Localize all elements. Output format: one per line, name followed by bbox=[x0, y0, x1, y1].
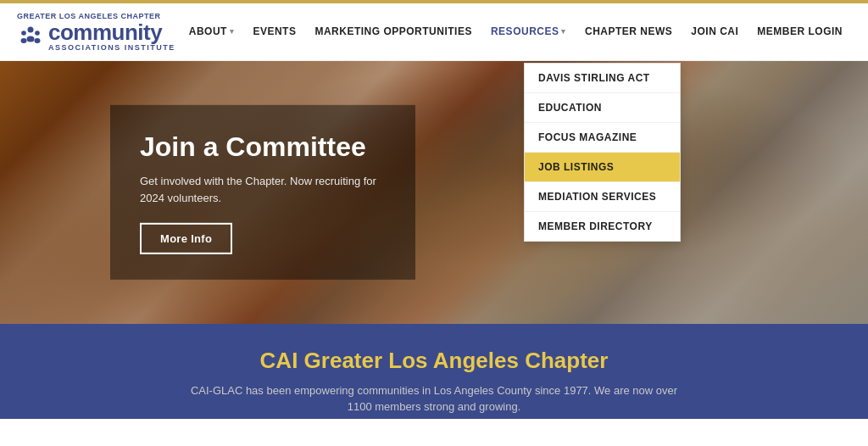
hero-content-box: Join a Committee Get involved with the C… bbox=[110, 105, 415, 280]
svg-point-1 bbox=[21, 31, 26, 36]
nav-item-join-cai[interactable]: JOIN CAI bbox=[691, 25, 738, 37]
svg-point-5 bbox=[35, 38, 41, 43]
logo-associations-text: ASSOCIATIONS INSTITUTE bbox=[48, 43, 175, 52]
site-header: GREATER LOS ANGELES CHAPTER community AS… bbox=[0, 3, 868, 61]
hero-section: Join a Committee Get involved with the C… bbox=[0, 61, 868, 324]
chapter-title: CAI Greater Los Angeles Chapter bbox=[17, 348, 851, 374]
logo-text: community ASSOCIATIONS INSTITUTE bbox=[48, 21, 175, 52]
nav-item-member-login[interactable]: MEMBER LOGIN bbox=[757, 25, 843, 37]
nav-label-marketing: MARKETING OPPORTUNITIES bbox=[314, 25, 472, 37]
nav-label-events: EVENTS bbox=[253, 25, 296, 37]
logo-icon bbox=[17, 25, 44, 48]
dropdown-item-education[interactable]: EDUCATION bbox=[525, 93, 680, 123]
hero-title: Join a Committee bbox=[140, 131, 386, 163]
hero-subtitle: Get involved with the Chapter. Now recru… bbox=[140, 173, 386, 206]
svg-point-3 bbox=[27, 36, 35, 42]
nav-item-chapter-news[interactable]: CHAPTER NEWS bbox=[585, 25, 672, 37]
nav-item-about[interactable]: ABOUT ▾ bbox=[189, 25, 235, 37]
logo-community-text: community bbox=[48, 21, 175, 43]
dropdown-item-job-listings[interactable]: JOB LISTINGS bbox=[525, 153, 680, 182]
nav-label-join-cai: JOIN CAI bbox=[691, 25, 738, 37]
dropdown-item-mediation-services[interactable]: MEDIATION SERVICES bbox=[525, 182, 680, 212]
nav-item-events[interactable]: EVENTS bbox=[253, 25, 296, 37]
logo-area[interactable]: GREATER LOS ANGELES CHAPTER community AS… bbox=[17, 12, 175, 52]
nav-label-about: ABOUT bbox=[189, 25, 227, 37]
main-nav: ABOUT ▾ EVENTS MARKETING OPPORTUNITIES R… bbox=[189, 25, 843, 37]
resources-dropdown: DAVIS STIRLING ACT EDUCATION FOCUS MAGAZ… bbox=[524, 63, 681, 242]
chapter-info-section: CAI Greater Los Angeles Chapter CAI-GLAC… bbox=[0, 324, 868, 419]
chevron-down-icon-resources: ▾ bbox=[561, 27, 566, 36]
nav-label-chapter-news: CHAPTER NEWS bbox=[585, 25, 672, 37]
dropdown-item-davis-stirling[interactable]: DAVIS STIRLING ACT bbox=[525, 64, 680, 93]
svg-point-4 bbox=[21, 38, 27, 43]
dropdown-item-focus-magazine[interactable]: FOCUS MAGAZINE bbox=[525, 123, 680, 153]
chapter-description: CAI-GLAC has been empowering communities… bbox=[180, 382, 688, 415]
nav-item-resources[interactable]: RESOURCES ▾ bbox=[491, 25, 566, 37]
nav-label-member-login: MEMBER LOGIN bbox=[757, 25, 843, 37]
svg-point-2 bbox=[35, 31, 40, 36]
logo-main: community ASSOCIATIONS INSTITUTE bbox=[17, 21, 175, 52]
chevron-down-icon: ▾ bbox=[230, 27, 235, 36]
nav-item-marketing[interactable]: MARKETING OPPORTUNITIES bbox=[314, 25, 472, 37]
svg-point-0 bbox=[28, 26, 34, 32]
more-info-button[interactable]: More Info bbox=[140, 223, 232, 254]
dropdown-item-member-directory[interactable]: MEMBER DIRECTORY bbox=[525, 212, 680, 241]
nav-label-resources: RESOURCES bbox=[491, 25, 559, 37]
